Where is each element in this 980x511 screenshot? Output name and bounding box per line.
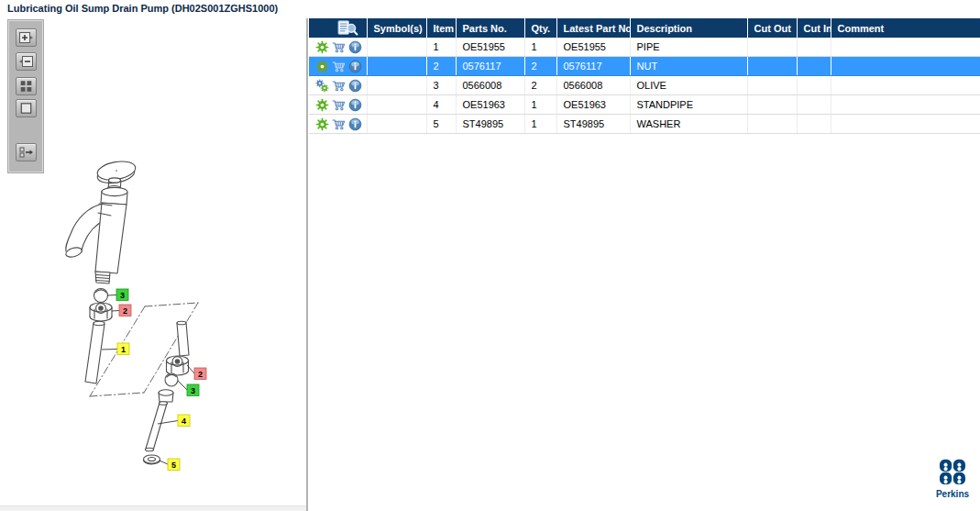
cell-item: 5 [426,115,456,134]
table-row[interactable]: 4 OE51963 1 OE51963 STANDPIPE [309,95,980,115]
cell-qty: 2 [524,57,556,76]
info-icon[interactable] [348,79,362,93]
cell-qty: 1 [524,38,556,57]
table-row[interactable]: 1 OE51955 1 OE51955 PIPE [309,38,980,57]
cell-description: PIPE [630,38,747,57]
gear-icon[interactable] [315,117,329,131]
cell-item: 1 [426,38,456,57]
cell-comment [831,115,980,134]
info-icon[interactable] [348,60,362,73]
cell-cut-in [797,38,831,57]
cell-symbols [367,115,426,134]
cell-cut-in [797,115,831,134]
svg-text:2: 2 [123,306,127,316]
cell-cut-out [747,57,797,76]
page-title: Lubricating Oil Sump Drain Pump (DH02S00… [7,3,278,14]
callout-3a[interactable]: 3 [116,289,128,301]
gear-icon[interactable] [315,60,329,73]
callout-3b[interactable]: 3 [187,384,199,396]
column-header-cut-in[interactable]: Cut In [797,18,831,38]
cell-comment [831,95,980,115]
callout-4[interactable]: 4 [178,415,190,427]
cart-icon[interactable] [332,60,346,73]
perkins-logo-mark [939,459,966,484]
toggle-list-icon [18,145,34,160]
cell-symbols [367,95,426,115]
diagram-callouts: 3 2 1 2 3 [116,289,206,471]
callout-2b[interactable]: 2 [194,368,206,380]
info-icon[interactable] [348,117,362,131]
column-header-latest-part-no[interactable]: Latest Part No. [556,18,630,38]
panel-divider[interactable] [306,18,308,511]
cell-parts-no: OE51955 [456,38,524,57]
cart-icon[interactable] [332,117,346,131]
column-header-cut-out[interactable]: Cut Out [747,18,797,38]
exploded-view-drawing: 3 2 1 2 3 [0,18,307,511]
svg-text:2: 2 [198,370,203,379]
table-row-selected[interactable]: 2 0576117 2 0576117 NUT [309,57,980,76]
info-icon[interactable] [348,98,362,112]
cell-latest-part-no: 0576117 [556,57,630,76]
column-header-comment[interactable]: Comment [831,18,980,38]
svg-text:4: 4 [182,417,186,426]
cell-symbols [367,38,426,57]
cell-item: 3 [426,76,456,95]
cell-comment [831,38,980,57]
callout-2a[interactable]: 2 [119,305,131,317]
callout-1[interactable]: 1 [117,343,129,355]
tile-view-icon [18,79,34,94]
parts-table-panel: Symbol(s) Item Parts No. Qty. Latest Par… [309,18,980,134]
cell-description: OLIVE [630,76,747,95]
table-row[interactable]: 5 ST49895 1 ST49895 WASHER [309,115,980,134]
column-header-description[interactable]: Description [630,18,747,38]
column-header-item[interactable]: Item [426,18,456,38]
gear-icon[interactable] [315,40,329,54]
search-list-icon [337,20,358,36]
cell-item: 4 [426,95,456,115]
cell-cut-out [747,95,797,115]
diagram-hscrollbar[interactable] [0,505,306,511]
cell-cut-in [797,57,831,76]
svg-text:5: 5 [171,461,176,470]
cell-symbols [367,57,426,76]
column-header-symbols[interactable]: Symbol(s) [367,18,426,38]
diagram-toolbar [8,20,43,172]
cell-latest-part-no: ST49895 [556,115,630,134]
tile-view-button[interactable] [16,77,37,95]
cell-parts-no: 0576117 [456,57,524,76]
cell-comment [831,76,980,95]
cart-icon[interactable] [332,79,346,93]
dual-gear-icon[interactable] [315,79,329,93]
cell-cut-out [747,38,797,57]
zoom-in-icon [18,30,34,45]
parts-catalog-window: Lubricating Oil Sump Drain Pump (DH02S00… [0,0,980,511]
perkins-wordmark: Perkins [930,489,975,499]
cart-icon[interactable] [332,40,346,54]
cart-icon[interactable] [332,98,346,112]
cell-description: STANDPIPE [630,95,747,115]
column-header-qty[interactable]: Qty. [524,18,556,38]
info-icon[interactable] [348,40,362,54]
fit-view-button[interactable] [16,99,37,117]
cell-parts-no: 0566008 [456,76,524,95]
callout-5[interactable]: 5 [168,459,180,471]
gear-icon[interactable] [315,98,329,112]
cell-latest-part-no: OE51963 [556,95,630,115]
cell-parts-no: OE51963 [456,95,524,115]
cell-cut-out [747,76,797,95]
fit-view-icon [18,101,34,116]
toggle-list-button[interactable] [16,143,37,161]
column-header-select[interactable] [309,18,367,38]
zoom-in-button[interactable] [16,28,37,47]
svg-text:3: 3 [191,386,195,395]
diagram-panel: 3 2 1 2 3 [0,18,306,511]
table-row[interactable]: 3 0566008 2 0566008 OLIVE [309,76,980,95]
cell-comment [831,57,980,76]
cell-qty: 2 [524,76,556,95]
zoom-out-button[interactable] [16,52,37,71]
perkins-logo: Perkins [930,459,975,499]
cell-item: 2 [426,57,456,76]
cell-latest-part-no: OE51955 [556,38,630,57]
svg-text:1: 1 [121,345,126,354]
column-header-parts-no[interactable]: Parts No. [456,18,524,38]
